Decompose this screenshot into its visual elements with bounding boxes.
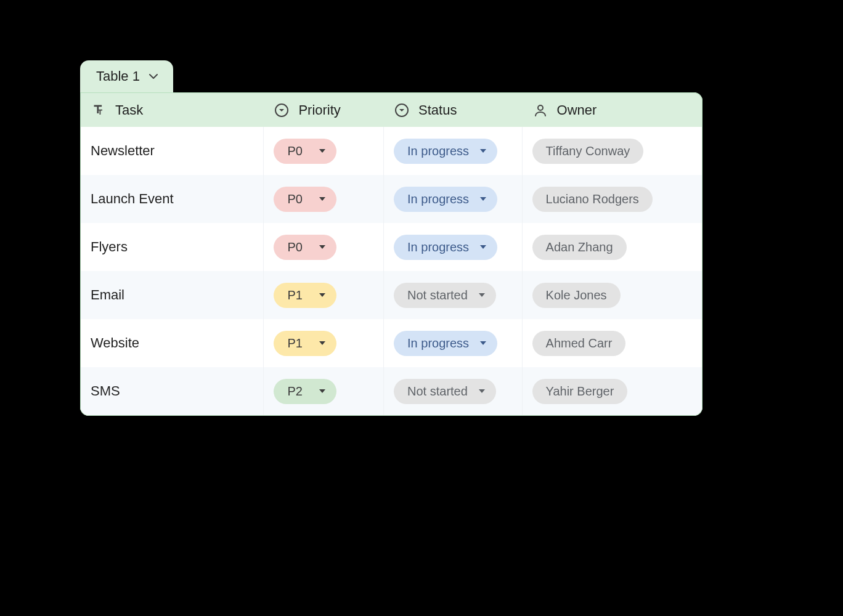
cell-task[interactable]: Flyers (81, 223, 264, 271)
owner-chip[interactable]: Adan Zhang (532, 235, 627, 260)
cell-status: In progress (384, 319, 523, 367)
priority-chip[interactable]: P0 (274, 187, 336, 212)
cell-owner: Kole Jones (523, 271, 702, 319)
owner-label: Kole Jones (546, 288, 607, 302)
chevron-down-icon (319, 149, 325, 153)
column-header-label: Priority (298, 102, 340, 118)
owner-chip[interactable]: Tiffany Conway (532, 139, 644, 164)
table-row: FlyersP0In progressAdan Zhang (81, 223, 702, 271)
priority-label: P0 (287, 240, 302, 254)
task-text: Newsletter (91, 143, 155, 159)
dropdown-circle-icon (394, 102, 410, 118)
status-label: In progress (407, 192, 469, 206)
status-label: Not started (407, 384, 468, 399)
cell-task[interactable]: SMS (81, 367, 264, 415)
table-row: EmailP1Not startedKole Jones (81, 271, 702, 319)
priority-chip[interactable]: P0 (274, 235, 336, 260)
chevron-down-icon (319, 197, 325, 201)
column-header-owner[interactable]: Owner (523, 93, 702, 127)
status-chip[interactable]: In progress (394, 187, 497, 212)
priority-label: P1 (287, 288, 302, 302)
priority-label: P2 (287, 384, 302, 399)
owner-label: Yahir Berger (546, 384, 614, 399)
cell-task[interactable]: Newsletter (81, 127, 264, 175)
priority-chip[interactable]: P2 (274, 379, 336, 404)
cell-task[interactable]: Email (81, 271, 264, 319)
cell-priority: P2 (264, 367, 384, 415)
table-tab[interactable]: Table 1 (80, 60, 173, 92)
priority-chip[interactable]: P1 (274, 331, 336, 356)
status-chip[interactable]: In progress (394, 235, 497, 260)
owner-label: Tiffany Conway (546, 144, 630, 158)
svg-point-2 (538, 105, 543, 110)
status-label: In progress (407, 240, 469, 254)
owner-label: Ahmed Carr (546, 336, 613, 351)
owner-chip[interactable]: Yahir Berger (532, 379, 628, 404)
dropdown-circle-icon (274, 102, 290, 118)
status-chip[interactable]: Not started (394, 379, 496, 404)
owner-label: Luciano Rodgers (546, 192, 639, 206)
status-chip[interactable]: Not started (394, 283, 496, 308)
chevron-down-icon (149, 71, 158, 81)
task-text: Website (91, 335, 139, 351)
table-row: Launch EventP0In progressLuciano Rodgers (81, 175, 702, 223)
chevron-down-icon (480, 245, 486, 249)
chevron-down-icon (319, 293, 325, 297)
cell-priority: P0 (264, 127, 384, 175)
column-header-priority[interactable]: Priority (264, 93, 384, 127)
column-header-status[interactable]: Status (384, 93, 523, 127)
person-icon (532, 102, 548, 118)
task-text: Flyers (91, 239, 128, 255)
cell-task[interactable]: Website (81, 319, 264, 367)
cell-priority: P1 (264, 271, 384, 319)
priority-chip[interactable]: P1 (274, 283, 336, 308)
cell-status: In progress (384, 127, 523, 175)
cell-owner: Yahir Berger (523, 367, 702, 415)
task-text: SMS (91, 383, 120, 399)
cell-owner: Adan Zhang (523, 223, 702, 271)
chevron-down-icon (480, 341, 486, 345)
status-chip[interactable]: In progress (394, 139, 497, 164)
table-header-row: Task Priority Status Owner (80, 92, 702, 127)
chevron-down-icon (479, 293, 485, 297)
table-row: WebsiteP1In progressAhmed Carr (81, 319, 702, 367)
priority-label: P0 (287, 144, 302, 158)
table-row: SMSP2Not startedYahir Berger (81, 367, 702, 415)
priority-label: P0 (287, 192, 302, 206)
cell-priority: P1 (264, 319, 384, 367)
priority-chip[interactable]: P0 (274, 139, 336, 164)
cell-task[interactable]: Launch Event (81, 175, 264, 223)
table-tab-label: Table 1 (96, 68, 140, 84)
chevron-down-icon (480, 197, 486, 201)
cell-owner: Luciano Rodgers (523, 175, 702, 223)
chevron-down-icon (479, 389, 485, 393)
chevron-down-icon (480, 149, 486, 153)
column-header-label: Task (115, 102, 143, 118)
column-header-label: Status (418, 102, 457, 118)
task-text: Email (91, 287, 124, 303)
status-label: In progress (407, 336, 469, 351)
owner-chip[interactable]: Kole Jones (532, 283, 621, 308)
column-header-task[interactable]: Task (81, 93, 264, 127)
status-label: Not started (407, 288, 468, 302)
table-row: NewsletterP0In progressTiffany Conway (81, 127, 702, 175)
owner-chip[interactable]: Ahmed Carr (532, 331, 626, 356)
task-text: Launch Event (91, 191, 174, 207)
chevron-down-icon (319, 389, 325, 393)
cell-owner: Tiffany Conway (523, 127, 702, 175)
cell-status: In progress (384, 175, 523, 223)
cell-owner: Ahmed Carr (523, 319, 702, 367)
cell-status: Not started (384, 367, 523, 415)
cell-status: In progress (384, 223, 523, 271)
cell-priority: P0 (264, 175, 384, 223)
status-label: In progress (407, 144, 469, 158)
text-format-icon (91, 102, 107, 118)
cell-status: Not started (384, 271, 523, 319)
table-body: NewsletterP0In progressTiffany ConwayLau… (80, 127, 702, 416)
smart-table: Table 1 Task Priority Status (80, 92, 702, 416)
priority-label: P1 (287, 336, 302, 351)
status-chip[interactable]: In progress (394, 331, 497, 356)
chevron-down-icon (319, 341, 325, 345)
cell-priority: P0 (264, 223, 384, 271)
owner-chip[interactable]: Luciano Rodgers (532, 187, 653, 212)
